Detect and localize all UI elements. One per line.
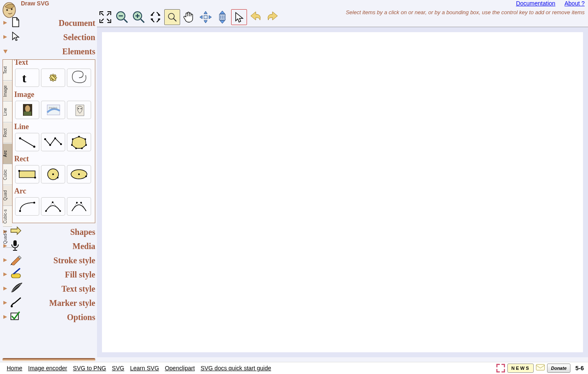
svg-point-32 bbox=[71, 144, 73, 146]
svg-point-44 bbox=[33, 202, 36, 204]
sidebar-footer-bar bbox=[3, 358, 95, 361]
svg-marker-59 bbox=[3, 258, 7, 262]
svg-line-49 bbox=[53, 202, 60, 211]
elements-group-rect: Rect bbox=[14, 155, 94, 163]
svg-point-22 bbox=[44, 138, 46, 140]
svg-point-18 bbox=[81, 108, 82, 109]
svg-rect-34 bbox=[19, 171, 35, 178]
tool-scroll-4way[interactable] bbox=[198, 9, 214, 25]
svg-point-13 bbox=[25, 105, 30, 112]
svg-point-52 bbox=[76, 202, 78, 204]
element-polyline[interactable] bbox=[41, 133, 65, 151]
element-spiral[interactable] bbox=[67, 69, 91, 87]
menu-selection[interactable]: Selection bbox=[3, 30, 95, 44]
element-circle[interactable] bbox=[41, 165, 65, 183]
element-arc2[interactable] bbox=[41, 197, 65, 216]
element-polygon[interactable] bbox=[67, 133, 91, 151]
elements-tab-arc[interactable]: Arc bbox=[3, 143, 12, 164]
tool-fit-frame[interactable] bbox=[97, 9, 113, 25]
svg-marker-78 bbox=[200, 15, 202, 19]
about-link[interactable]: About ? bbox=[565, 0, 585, 7]
svg-canvas[interactable] bbox=[102, 32, 583, 352]
menu-marker-style[interactable]: Marker style bbox=[3, 296, 95, 310]
menu-document[interactable]: Document bbox=[3, 16, 95, 30]
svg-rect-14 bbox=[24, 112, 31, 115]
elements-group-line: Line bbox=[14, 122, 94, 131]
elements-tab-line[interactable]: Line bbox=[3, 102, 12, 122]
menu-elements[interactable]: Elements bbox=[3, 44, 95, 59]
svg-line-71 bbox=[141, 19, 144, 23]
footer: Home Image encoder SVG to PNG SVG Learn … bbox=[0, 362, 588, 374]
svg-marker-81 bbox=[220, 11, 225, 14]
svg-point-42 bbox=[85, 176, 87, 177]
svg-marker-76 bbox=[204, 11, 207, 14]
footer-link-svg-to-png[interactable]: SVG to PNG bbox=[73, 365, 106, 371]
tool-zoom-out[interactable] bbox=[114, 9, 130, 25]
element-map[interactable]: PARIS bbox=[41, 101, 65, 119]
element-bitmap[interactable] bbox=[15, 101, 39, 119]
element-line[interactable] bbox=[15, 133, 39, 151]
tool-zoom-area[interactable] bbox=[164, 9, 180, 25]
menu-shapes[interactable]: Shapes bbox=[3, 225, 95, 239]
footer-link-svg[interactable]: SVG bbox=[112, 365, 125, 371]
element-ellipse[interactable] bbox=[67, 165, 91, 183]
svg-marker-63 bbox=[3, 301, 7, 305]
element-arc3[interactable] bbox=[67, 197, 91, 216]
tool-pan[interactable] bbox=[181, 9, 197, 25]
donate-button[interactable]: Donate bbox=[547, 364, 570, 373]
documentation-link[interactable]: Documentation bbox=[516, 0, 555, 7]
svg-point-74 bbox=[168, 13, 174, 19]
footer-link-quickstart[interactable]: SVG docs quick start guide bbox=[201, 365, 271, 371]
element-text[interactable]: t bbox=[15, 69, 39, 87]
mail-icon[interactable] bbox=[535, 363, 545, 373]
svg-point-29 bbox=[85, 144, 87, 146]
element-arc[interactable] bbox=[15, 197, 39, 216]
svg-point-27 bbox=[78, 136, 80, 137]
svg-marker-65 bbox=[3, 315, 7, 319]
svg-rect-61 bbox=[11, 274, 20, 278]
expand-icon bbox=[3, 286, 9, 292]
fullscreen-icon[interactable] bbox=[496, 363, 506, 373]
svg-point-39 bbox=[57, 177, 59, 178]
tool-zoom-in[interactable] bbox=[131, 9, 147, 25]
svg-marker-26 bbox=[72, 137, 86, 148]
svg-line-21 bbox=[20, 138, 34, 147]
elements-tab-image[interactable]: Image bbox=[3, 81, 12, 102]
elements-tab-quads[interactable]: Quad-s bbox=[3, 227, 12, 248]
brush-icon bbox=[10, 296, 23, 310]
footer-link-learn-svg[interactable]: Learn SVG bbox=[130, 365, 159, 371]
svg-marker-3 bbox=[3, 21, 7, 25]
tool-select[interactable] bbox=[231, 9, 247, 25]
expand-icon bbox=[3, 34, 9, 41]
element-portrait[interactable] bbox=[67, 101, 91, 119]
news-badge[interactable]: NEWS bbox=[507, 364, 534, 373]
tool-undo[interactable] bbox=[248, 9, 264, 25]
element-flower[interactable] bbox=[41, 69, 65, 87]
menu-label: Fill style bbox=[23, 270, 95, 280]
tool-scroll-vertical[interactable] bbox=[214, 9, 230, 25]
svg-text:t: t bbox=[22, 71, 26, 85]
elements-tab-cubic[interactable]: Cubic bbox=[3, 164, 12, 185]
menu-fill-style[interactable]: Fill style bbox=[3, 267, 95, 282]
elements-tab-cubics[interactable]: Cubic-s bbox=[3, 206, 12, 227]
footer-link-home[interactable]: Home bbox=[7, 365, 22, 371]
svg-point-33 bbox=[72, 138, 74, 140]
footer-link-openclipart[interactable]: Openclipart bbox=[165, 365, 195, 371]
svg-point-64 bbox=[11, 305, 13, 308]
svg-rect-80 bbox=[204, 15, 207, 19]
elements-tab-text[interactable]: Text bbox=[3, 60, 12, 81]
menu-options[interactable]: Options bbox=[3, 310, 95, 324]
svg-point-2 bbox=[11, 8, 13, 10]
footer-link-image-encoder[interactable]: Image encoder bbox=[28, 365, 67, 371]
element-rect[interactable] bbox=[15, 165, 39, 183]
elements-tab-rect[interactable]: Rect bbox=[3, 122, 12, 143]
menu-media[interactable]: Media bbox=[3, 239, 95, 253]
canvas-viewport[interactable] bbox=[97, 27, 588, 357]
expand-icon bbox=[3, 272, 9, 278]
menu-stroke-style[interactable]: Stroke style bbox=[3, 253, 95, 267]
elements-tab-quad[interactable]: Quad bbox=[3, 185, 12, 206]
svg-marker-79 bbox=[209, 15, 211, 19]
tool-redo[interactable] bbox=[265, 9, 280, 25]
tool-zoom-fit-selection[interactable] bbox=[148, 9, 163, 25]
menu-text-style[interactable]: Text style bbox=[3, 282, 95, 296]
